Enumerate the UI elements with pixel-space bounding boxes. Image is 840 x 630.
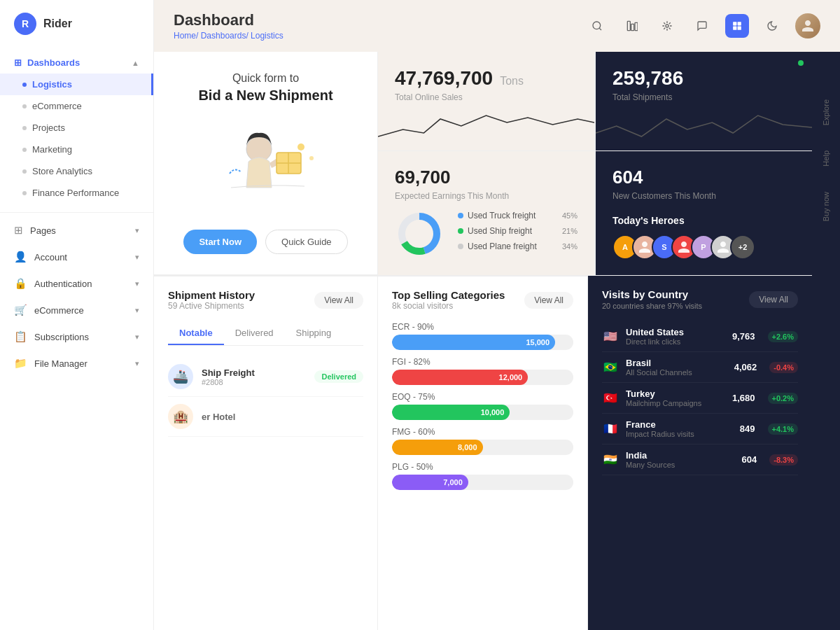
svg-rect-7	[733, 27, 736, 30]
stats-top-row: 47,769,700 Tons Total Online Sales	[378, 52, 812, 150]
chevron-icon: ▾	[135, 306, 139, 315]
total-shipments-number: 259,786	[612, 67, 683, 90]
user-avatar[interactable]	[795, 13, 820, 38]
country-flag: 🇮🇳	[602, 454, 619, 466]
tab-delivered[interactable]: Delivered	[224, 322, 285, 345]
shipment-item-1: 🚢 Ship Freight #2808 Delivered	[168, 357, 363, 397]
bottom-section: Shipment History 59 Active Shipments Vie…	[154, 276, 812, 630]
earnings-card: 69,700 Expected Earnings This Month	[378, 151, 595, 275]
bar-item: FMG - 60% 8,000	[392, 427, 573, 455]
change-badge: +2.6%	[768, 331, 799, 342]
dashboards-section: ⊞ Dashboards ▲ Logistics eCommerce Proje…	[0, 48, 153, 208]
breadcrumb-home[interactable]: Home/	[174, 31, 198, 41]
customers-label: New Customers This Month	[612, 191, 795, 201]
sidebar-item-file-manager[interactable]: 📁 File Manager ▾	[0, 350, 153, 377]
shipment-view-all[interactable]: View All	[314, 292, 363, 309]
svg-point-0	[593, 22, 601, 29]
country-item: 🇫🇷 France Impact Radius visits 849 +4.1%	[602, 414, 798, 444]
chevron-up-icon: ▲	[132, 59, 139, 67]
main-content: Dashboard Home/ Dashboards/ Logistics	[154, 0, 840, 630]
sidebar-item-marketing[interactable]: Marketing	[0, 139, 153, 160]
country-count: 849	[740, 424, 755, 434]
bar-fill: 7,000	[392, 475, 468, 490]
subscriptions-icon: 📋	[14, 330, 27, 343]
plane-value: 34%	[562, 242, 578, 251]
sidebar-item-store-analytics[interactable]: Store Analytics	[0, 160, 153, 182]
bar-fill: 12,000	[392, 370, 528, 385]
help-tab[interactable]: Help	[819, 145, 833, 172]
header: Dashboard Home/ Dashboards/ Logistics	[154, 0, 840, 52]
selling-title: Top Selling Categories	[392, 289, 505, 301]
logo-icon: R	[14, 13, 36, 35]
grid-view-button[interactable]	[725, 14, 749, 38]
ecommerce-icon: 🛒	[14, 304, 27, 316]
change-badge: -8.3%	[769, 454, 798, 465]
middle-stats: 47,769,700 Tons Total Online Sales	[378, 52, 812, 275]
chevron-icon: ▾	[135, 279, 139, 288]
messages-button[interactable]	[690, 14, 714, 38]
tab-notable[interactable]: Notable	[168, 322, 224, 345]
bar-item: FGI - 82% 12,000	[392, 357, 573, 385]
svg-rect-8	[738, 27, 741, 30]
promo-actions: Start Now Quick Guide	[183, 230, 347, 254]
app-logo[interactable]: R Rider	[0, 0, 153, 48]
sidebar-item-finance-performance[interactable]: Finance Performance	[0, 182, 153, 204]
country-count: 9,763	[732, 331, 755, 342]
sidebar-item-logistics[interactable]: Logistics	[0, 74, 153, 95]
bar-item: PLG - 50% 7,000	[392, 462, 573, 490]
countries-list: 🇺🇸 United States Direct link clicks 9,76…	[602, 321, 798, 475]
bar-label: EOQ - 75%	[392, 392, 573, 402]
country-item: 🇺🇸 United States Direct link clicks 9,76…	[602, 321, 798, 352]
bar-track: 12,000	[392, 370, 573, 385]
shipment-icon: 🏨	[168, 404, 193, 429]
selling-view-all[interactable]: View All	[524, 292, 573, 309]
dark-mode-button[interactable]	[760, 14, 784, 38]
country-item: 🇧🇷 Brasil All Social Channels 4,062 -0.4…	[602, 352, 798, 383]
bar-track: 8,000	[392, 440, 573, 455]
donut-chart: Used Truck freight 45% Used Ship freight…	[395, 209, 578, 258]
sidebar-item-subscriptions[interactable]: 📋 Subscriptions ▾	[0, 323, 153, 350]
buy-now-tab[interactable]: Buy now	[819, 186, 833, 227]
countries-view-all[interactable]: View All	[749, 291, 798, 308]
sidebar-item-ecommerce[interactable]: eCommerce	[0, 95, 153, 117]
quick-guide-button[interactable]: Quick Guide	[265, 230, 348, 254]
country-info: Brasil All Social Channels	[626, 358, 727, 377]
breadcrumb-dashboards[interactable]: Dashboards/	[201, 31, 248, 41]
svg-point-14	[309, 156, 314, 160]
customers-number: 604	[612, 167, 643, 188]
country-name: France	[626, 419, 733, 430]
start-now-button[interactable]: Start Now	[183, 230, 257, 254]
account-icon: 👤	[14, 251, 27, 263]
bar-label: PLG - 50%	[392, 462, 573, 472]
tab-shipping[interactable]: Shipping	[285, 322, 343, 345]
sidebar-item-projects[interactable]: Projects	[0, 117, 153, 139]
sidebar-item-ecommerce-nav[interactable]: 🛒 eCommerce ▾	[0, 297, 153, 323]
countries-subtitle: 20 countries share 97% visits	[602, 302, 702, 310]
dot	[22, 104, 27, 108]
shipment-subtitle: 59 Active Shipments	[168, 301, 255, 311]
bar-item: EOQ - 75% 10,000	[392, 392, 573, 420]
chart-button[interactable]	[620, 14, 644, 38]
country-flag: 🇧🇷	[602, 361, 619, 374]
settings-button[interactable]	[655, 14, 679, 38]
dashboard-content: Quick form to Bid a New Shipment	[154, 52, 812, 630]
country-name: India	[626, 450, 735, 461]
auth-icon: 🔒	[14, 277, 27, 290]
sidebar-item-account[interactable]: 👤 Account ▾	[0, 244, 153, 270]
bars-container: ECR - 90% 15,000 FGI - 82% 12,000 EOQ - …	[392, 322, 573, 490]
country-info: Turkey Mailchimp Campaigns	[626, 388, 725, 407]
legend-plane: Used Plane freight 34%	[458, 241, 578, 251]
sidebar-item-pages[interactable]: ⊞ Pages ▾	[0, 217, 153, 244]
donut-legend: Used Truck freight 45% Used Ship freight…	[458, 211, 578, 257]
svg-point-13	[298, 144, 304, 150]
chevron-icon: ▾	[135, 332, 139, 342]
search-button[interactable]	[585, 14, 609, 38]
svg-rect-1	[627, 21, 630, 30]
svg-point-4	[666, 24, 668, 27]
shipment-name: er Hotel	[202, 412, 363, 422]
dashboards-group[interactable]: ⊞ Dashboards ▲	[0, 52, 153, 74]
top-section: Quick form to Bid a New Shipment	[154, 52, 812, 276]
explore-tab[interactable]: Explore	[819, 94, 833, 131]
sidebar-item-authentication[interactable]: 🔒 Authentication ▾	[0, 270, 153, 297]
grid-icon: ⊞	[14, 57, 22, 68]
